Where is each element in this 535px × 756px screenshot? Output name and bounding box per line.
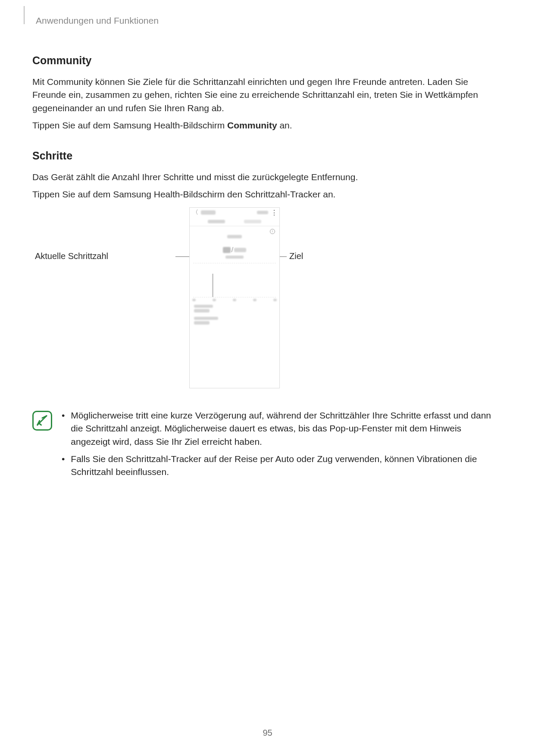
header-side-mark (24, 6, 25, 24)
heading-schritte: Schritte (32, 150, 503, 162)
stat-row-1 (194, 305, 275, 312)
tab-2-blur (244, 220, 261, 223)
tick-2 (213, 299, 216, 301)
stat-1-value (194, 309, 210, 312)
bar-1 (212, 274, 213, 297)
phone-tabs (190, 218, 279, 226)
count-slash: / (232, 246, 233, 254)
note-item-2: • Falls Sie den Schrittzahl-Tracker auf … (62, 453, 503, 479)
callout-goal: Ziel (289, 251, 303, 261)
stat-1-label (194, 305, 213, 308)
bar-chart-area (193, 263, 276, 297)
bullet-2: • (62, 453, 65, 479)
tick-5 (273, 299, 277, 301)
back-icon: 〈 (192, 209, 198, 216)
goal-steps-blur (234, 248, 246, 252)
more-icon: ⋮ (271, 209, 277, 217)
bullet-1: • (62, 409, 65, 448)
community-p2-bold: Community (227, 120, 277, 130)
note-text-1: Möglicherweise tritt eine kurze Verzöger… (71, 409, 503, 448)
note-list: • Möglicherweise tritt eine kurze Verzög… (62, 409, 503, 483)
tick-3 (233, 299, 236, 301)
tick-1 (192, 299, 196, 301)
title-blur (201, 210, 216, 215)
phone-mockup: 〈 ⋮ i / (189, 207, 280, 388)
stat-rows (190, 301, 279, 332)
axis-ticks (190, 297, 279, 301)
subcount-blur (225, 256, 244, 259)
info-icon: i (270, 229, 275, 234)
action-blur (257, 211, 268, 214)
label-blur (227, 235, 242, 238)
schritte-paragraph-1: Das Gerät zählt die Anzahl Ihrer Schritt… (32, 171, 503, 184)
note-block: • Möglicherweise tritt eine kurze Verzög… (32, 409, 503, 483)
note-icon (32, 411, 52, 431)
callout-current-steps: Aktuelle Schrittzahl (35, 251, 108, 261)
page-number: 95 (0, 728, 535, 738)
tick-4 (253, 299, 257, 301)
stat-2-value (194, 321, 210, 325)
community-p2-pre: Tippen Sie auf dem Samsung Health-Bildsc… (32, 120, 227, 130)
phone-titlebar: 〈 ⋮ (190, 208, 279, 218)
heading-community: Community (32, 54, 503, 67)
note-item-1: • Möglicherweise tritt eine kurze Verzög… (62, 409, 503, 448)
note-text-2: Falls Sie den Schrittzahl-Tracker auf de… (71, 453, 503, 479)
running-header: Anwendungen und Funktionen (36, 16, 503, 26)
community-paragraph-2: Tippen Sie auf dem Samsung Health-Bildsc… (32, 119, 503, 132)
tab-1-blur (208, 220, 225, 223)
step-count-row: / (190, 246, 279, 254)
figure-step-tracker: Aktuelle Schrittzahl Ziel 〈 ⋮ i (32, 207, 503, 397)
community-p2-post: an. (277, 120, 292, 130)
stat-2-label (194, 317, 218, 320)
current-steps-blur (223, 247, 231, 253)
phone-main: i / (190, 226, 279, 332)
community-paragraph-1: Mit Community können Sie Ziele für die S… (32, 75, 503, 115)
stat-row-2 (194, 317, 275, 325)
schritte-paragraph-2: Tippen Sie auf dem Samsung Health-Bildsc… (32, 188, 503, 201)
